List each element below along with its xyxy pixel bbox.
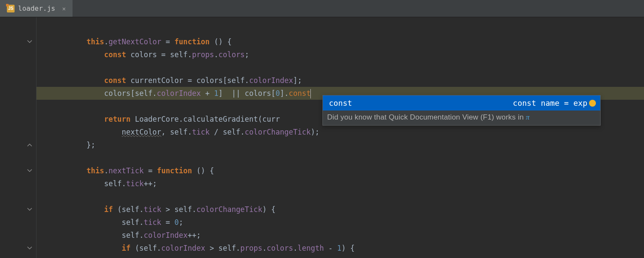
code-line[interactable]: this.getNextColor = function () {: [36, 35, 644, 48]
code-line[interactable]: if (self.colorIndex > self.props.colors.…: [36, 242, 644, 255]
completion-suggestion: const: [329, 98, 352, 108]
text-cursor: [310, 89, 311, 98]
code-line[interactable]: if (self.tick > self.colorChangeTick) {: [36, 203, 644, 216]
gutter: [0, 17, 36, 258]
tip-text: Did you know that Quick Documentation Vi…: [327, 113, 526, 121]
code-line[interactable]: };: [36, 138, 644, 151]
fold-open-icon[interactable]: [27, 245, 33, 251]
code-line[interactable]: [36, 61, 644, 74]
code-line[interactable]: self.tick = 0;: [36, 216, 644, 229]
code-line[interactable]: this.nextTick = function () {: [36, 164, 644, 177]
completion-tip: Did you know that Quick Documentation Vi…: [323, 111, 600, 125]
tab-filename: loader.js: [18, 4, 55, 12]
code-editor[interactable]: this.getNextColor = function () { const …: [0, 17, 644, 258]
pi-icon: π: [526, 113, 530, 121]
js-file-icon: JS: [7, 5, 15, 12]
completion-item[interactable]: const const name = exp: [323, 95, 600, 111]
fold-close-icon[interactable]: [27, 142, 33, 148]
file-tab[interactable]: JS loader.js ✕: [0, 0, 73, 17]
code-area[interactable]: this.getNextColor = function () { const …: [36, 17, 644, 258]
code-line[interactable]: const currentColor = colors[self.colorIn…: [36, 74, 644, 87]
fold-open-icon[interactable]: [27, 39, 33, 45]
fold-open-icon[interactable]: [27, 206, 33, 212]
code-line[interactable]: nextColor, self.tick / self.colorChangeT…: [36, 126, 644, 138]
code-line[interactable]: [36, 190, 644, 203]
code-line[interactable]: self.tick++;: [36, 177, 644, 190]
code-line[interactable]: [36, 151, 644, 164]
code-line[interactable]: const colors = self.props.colors;: [36, 48, 644, 61]
tab-bar: JS loader.js ✕: [0, 0, 644, 17]
completion-template: const name = exp: [513, 98, 587, 108]
code-line[interactable]: self.colorIndex++;: [36, 229, 644, 242]
close-tab-icon[interactable]: ✕: [62, 5, 66, 12]
completion-popup[interactable]: const const name = exp Did you know that…: [322, 95, 601, 126]
fold-open-icon[interactable]: [27, 168, 33, 174]
lightbulb-icon: [589, 100, 596, 107]
